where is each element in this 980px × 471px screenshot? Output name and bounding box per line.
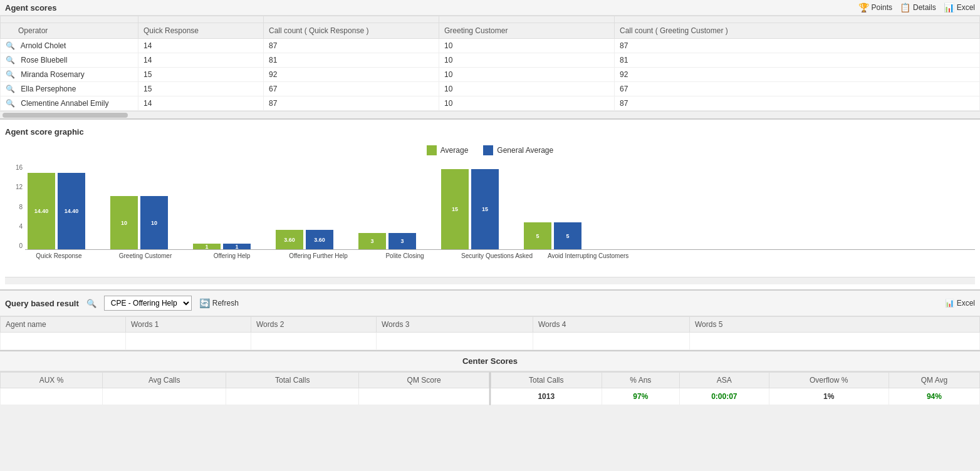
x-label-2: Offering Help bbox=[202, 252, 262, 259]
query-col-words3: Words 3 bbox=[377, 317, 533, 333]
chart-group-0: 14.4014.40 bbox=[28, 164, 85, 249]
excel-label-query: Excel bbox=[957, 299, 975, 308]
search-icon-row-0[interactable]: 🔍 bbox=[6, 41, 15, 50]
chart-group-6: 55 bbox=[524, 164, 581, 249]
query-empty-cell-2 bbox=[126, 333, 251, 350]
bar-pair-2: 11 bbox=[193, 164, 251, 249]
center-scores-section: Center Scores AUX % Avg Calls Total Call… bbox=[0, 351, 980, 405]
refresh-button[interactable]: 🔄 Refresh bbox=[199, 298, 239, 308]
details-button[interactable]: 📋 Details bbox=[900, 3, 936, 13]
cs-left-col-avg: Avg Calls bbox=[102, 373, 226, 388]
query-col-agent: Agent name bbox=[1, 317, 126, 333]
query-empty-cell-3 bbox=[251, 333, 377, 350]
scores-cell-ccgc-4: 87 bbox=[615, 96, 980, 111]
y-label-12: 12 bbox=[5, 184, 23, 190]
col-quick-response bbox=[138, 16, 264, 23]
avg-bar-6: 5 bbox=[524, 222, 551, 249]
avg-bar-3: 3.60 bbox=[276, 230, 303, 249]
col-greeting-customer bbox=[439, 16, 615, 23]
cs-left-header: AUX % Avg Calls Total Calls QM Score bbox=[1, 373, 489, 388]
col-greeting-customer-label: Greeting Customer bbox=[439, 23, 615, 39]
scores-cell-ccgc-0: 87 bbox=[615, 39, 980, 53]
agent-scores-section: Agent scores 🏆 Points 📋 Details 📊 Excel bbox=[0, 0, 980, 120]
gen-avg-bar-3: 3.60 bbox=[306, 230, 333, 249]
cs-right-col-total: Total Calls bbox=[491, 373, 602, 388]
gen-avg-bar-4: 3 bbox=[388, 233, 416, 249]
cs-left-table: AUX % Avg Calls Total Calls QM Score bbox=[0, 372, 489, 405]
excel-button-query[interactable]: 📊 Excel bbox=[945, 299, 975, 308]
search-icon-row-1[interactable]: 🔍 bbox=[6, 56, 15, 65]
scores-row-4: 🔍 Clementine Annabel Emily 14 87 10 87 bbox=[1, 96, 980, 111]
query-dropdown[interactable]: CPE - Offering Help bbox=[104, 296, 192, 311]
chart-scrollbar[interactable] bbox=[5, 277, 975, 284]
points-button[interactable]: 🏆 Points bbox=[858, 3, 892, 13]
cs-right-col-qm-avg: QM Avg bbox=[889, 373, 979, 388]
points-icon: 🏆 bbox=[858, 3, 869, 13]
agent-scores-header: Agent scores 🏆 Points 📋 Details 📊 Excel bbox=[0, 0, 980, 16]
search-icon-row-3[interactable]: 🔍 bbox=[6, 85, 15, 93]
x-label-0: Quick Response bbox=[29, 252, 89, 259]
scores-cell-operator-4: 🔍 Clementine Annabel Emily bbox=[1, 96, 138, 111]
col-call-count-gc bbox=[615, 16, 980, 23]
scores-cell-qr-3: 15 bbox=[138, 82, 264, 96]
cs-right-val-pct-ans: 97% bbox=[602, 388, 680, 405]
refresh-label: Refresh bbox=[212, 299, 239, 308]
scores-cell-gc-2: 10 bbox=[439, 68, 615, 82]
cs-left-col-total: Total Calls bbox=[226, 373, 359, 388]
query-empty-cell-6 bbox=[690, 333, 980, 350]
scores-table-body: 🔍 Arnold Cholet 14 87 10 87 🔍 Rose Blueb… bbox=[1, 39, 980, 111]
scores-row-1: 🔍 Rose Bluebell 14 81 10 81 bbox=[1, 53, 980, 68]
scores-table-col-labels: Operator Quick Response Call count ( Qui… bbox=[1, 23, 980, 39]
chart-group-1: 1010 bbox=[110, 164, 168, 249]
scores-cell-qr-0: 14 bbox=[138, 39, 264, 53]
y-axis: 0 4 8 12 16 bbox=[5, 162, 25, 249]
query-title: Query based result bbox=[5, 299, 79, 308]
cs-right-val-asa: 0:00:07 bbox=[680, 388, 769, 405]
query-section: Query based result 🔍 CPE - Offering Help… bbox=[0, 291, 980, 351]
x-label-4: Polite Closing bbox=[375, 252, 435, 259]
scores-cell-ccqr-4: 87 bbox=[264, 96, 439, 111]
scores-scrollbar[interactable] bbox=[0, 111, 980, 118]
x-label-5: Security Questions Asked bbox=[461, 252, 521, 259]
center-scores-title: Center Scores bbox=[0, 351, 980, 371]
excel-button-top[interactable]: 📊 Excel bbox=[944, 3, 975, 13]
cs-right-val-qm-avg: 94% bbox=[889, 388, 979, 405]
col-call-count-gc-label: Call count ( Greeting Customer ) bbox=[615, 23, 980, 39]
cs-right-col-overflow: Overflow % bbox=[769, 373, 889, 388]
agent-scores-title: Agent scores bbox=[5, 3, 56, 13]
refresh-icon: 🔄 bbox=[199, 298, 210, 308]
chart-group-4: 33 bbox=[358, 164, 416, 249]
scores-cell-gc-4: 10 bbox=[439, 96, 615, 111]
scores-cell-ccqr-1: 81 bbox=[264, 53, 439, 68]
col-quick-response-label: Quick Response bbox=[138, 23, 264, 39]
avg-bar-0: 14.40 bbox=[28, 173, 55, 249]
chart-group-5: 1515 bbox=[441, 164, 499, 249]
cs-right-val-total: 1013 bbox=[491, 388, 602, 405]
scores-cell-operator-0: 🔍 Arnold Cholet bbox=[1, 39, 138, 53]
search-icon-row-4[interactable]: 🔍 bbox=[6, 99, 15, 108]
bar-pair-6: 55 bbox=[524, 164, 581, 249]
scores-cell-qr-1: 14 bbox=[138, 53, 264, 68]
chart-groups: 14.4014.401010113.603.6033151555 bbox=[28, 162, 581, 249]
chart-container[interactable]: 0 4 8 12 16 14.4014.401010113.603.603315… bbox=[5, 162, 975, 274]
cs-left-val-qm bbox=[359, 388, 489, 405]
gen-avg-bar-6: 5 bbox=[554, 222, 581, 249]
cs-left-val-aux bbox=[1, 388, 103, 405]
query-empty-cell-1 bbox=[1, 333, 126, 350]
scores-cell-ccqr-3: 67 bbox=[264, 82, 439, 96]
scores-cell-operator-2: 🔍 Miranda Rosemary bbox=[1, 68, 138, 82]
col-call-count-qr-label: Call count ( Quick Response ) bbox=[264, 23, 439, 39]
scores-row-2: 🔍 Miranda Rosemary 15 92 10 92 bbox=[1, 68, 980, 82]
cs-left-val-avg bbox=[102, 388, 226, 405]
legend-general-average: General Average bbox=[483, 145, 553, 155]
search-icon-row-2[interactable]: 🔍 bbox=[6, 70, 15, 79]
bar-pair-0: 14.4014.40 bbox=[28, 164, 85, 249]
gen-avg-bar-0: 14.40 bbox=[58, 173, 85, 249]
legend-average: Average bbox=[427, 145, 468, 155]
query-header: Query based result 🔍 CPE - Offering Help… bbox=[0, 291, 980, 316]
details-icon: 📋 bbox=[900, 3, 910, 13]
legend-avg-box bbox=[427, 145, 437, 155]
chart-x-labels: Quick ResponseGreeting CustomerOffering … bbox=[28, 252, 608, 259]
query-search-icon: 🔍 bbox=[86, 299, 96, 308]
scores-cell-gc-1: 10 bbox=[439, 53, 615, 68]
